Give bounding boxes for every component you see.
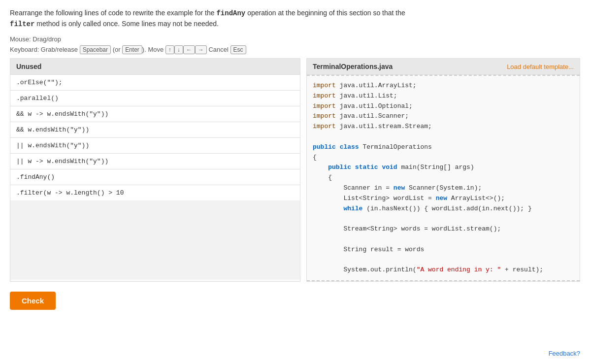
- right-arrow-key: →: [195, 45, 207, 54]
- instruction-text-2: operation at the beginning of this secti…: [245, 9, 405, 17]
- code-line-19: System.out.println("A word ending in y: …: [313, 265, 574, 275]
- code-line-3: import java.util.Optional;: [313, 101, 574, 112]
- keyboard-hint: Keyboard: Grab/release Spacebar (or Ente…: [10, 46, 580, 53]
- up-arrow-key: ↑: [165, 45, 174, 54]
- unused-panel-header: Unused: [10, 59, 300, 75]
- esc-key: Esc: [230, 45, 246, 54]
- feedback-link[interactable]: Feedback?: [549, 350, 580, 357]
- or-text: (or: [111, 46, 122, 53]
- code-line-1: import java.util.ArrayList;: [313, 81, 574, 91]
- code-line-15: Stream<String> words = wordList.stream()…: [313, 224, 574, 234]
- unused-item-1[interactable]: .parallel(): [10, 91, 300, 106]
- code-line-8: {: [313, 153, 574, 163]
- instructions: Rearrange the following lines of code to…: [10, 8, 580, 30]
- findany-code: findAny: [216, 9, 245, 17]
- code-line-12: List<String> wordList = new ArrayList<>(…: [313, 194, 574, 204]
- check-button[interactable]: Check: [10, 292, 56, 310]
- unused-item-5[interactable]: || w -> w.endsWith("y")): [10, 154, 300, 169]
- filter-code: filter: [10, 20, 34, 28]
- instruction-text-1: Rearrange the following lines of code to…: [10, 9, 216, 17]
- code-line-4: import java.util.Scanner;: [313, 111, 574, 122]
- unused-item-0[interactable]: .orElse("");: [10, 75, 300, 91]
- code-line-7: public class TerminalOperations: [313, 142, 574, 153]
- down-arrow-key: ↓: [174, 45, 183, 54]
- cancel-text: Cancel: [207, 46, 230, 53]
- keyboard-hint-prefix: Keyboard: Grab/release: [10, 46, 80, 53]
- unused-item-6[interactable]: .findAny(): [10, 169, 300, 185]
- unused-item-4[interactable]: || w.endsWith("y")): [10, 138, 300, 154]
- unused-item-3[interactable]: && w.endsWith("y")): [10, 122, 300, 138]
- unused-item-2[interactable]: && w -> w.endsWith("y")): [10, 106, 300, 122]
- panels-container: Unused .orElse(""); .parallel() && w -> …: [10, 58, 580, 282]
- instruction-text-3: method is only called once. Some lines m…: [34, 20, 219, 28]
- unused-panel: Unused .orElse(""); .parallel() && w -> …: [10, 58, 300, 282]
- mouse-hint-text: Mouse: Drag/drop: [10, 35, 61, 43]
- code-line-13: while (in.hasNext()) { wordList.add(in.n…: [313, 204, 574, 214]
- code-panel-title: TerminalOperations.java: [313, 63, 393, 70]
- code-line-10: {: [313, 173, 574, 183]
- code-panel-header: TerminalOperations.java Load default tem…: [307, 59, 580, 75]
- code-line-5: import java.util.stream.Stream;: [313, 122, 574, 132]
- enter-key: Enter: [122, 45, 142, 54]
- code-panel: TerminalOperations.java Load default tem…: [306, 58, 580, 282]
- unused-drop-area[interactable]: [10, 200, 300, 279]
- mouse-hint: Mouse: Drag/drop: [10, 35, 580, 43]
- code-line-16: [313, 234, 574, 245]
- left-arrow-key: ←: [183, 45, 195, 54]
- code-line-11: Scanner in = new Scanner(System.in);: [313, 183, 574, 194]
- code-line-6: [313, 132, 574, 142]
- code-area: import java.util.ArrayList; import java.…: [307, 75, 580, 281]
- load-template-link[interactable]: Load default template...: [507, 63, 574, 70]
- code-line-17: String result = words: [313, 245, 574, 255]
- unused-header-label: Unused: [16, 63, 41, 70]
- code-line-14: [313, 214, 574, 224]
- code-line-2: import java.util.List;: [313, 91, 574, 101]
- unused-item-7[interactable]: .filter(w -> w.length() > 10: [10, 185, 300, 200]
- unused-items-list: .orElse(""); .parallel() && w -> w.endsW…: [10, 75, 300, 200]
- move-text: ). Move: [142, 46, 165, 53]
- code-line-9: public static void main(String[] args): [313, 163, 574, 173]
- spacebar-key: Spacebar: [80, 45, 111, 54]
- code-line-18: [313, 255, 574, 265]
